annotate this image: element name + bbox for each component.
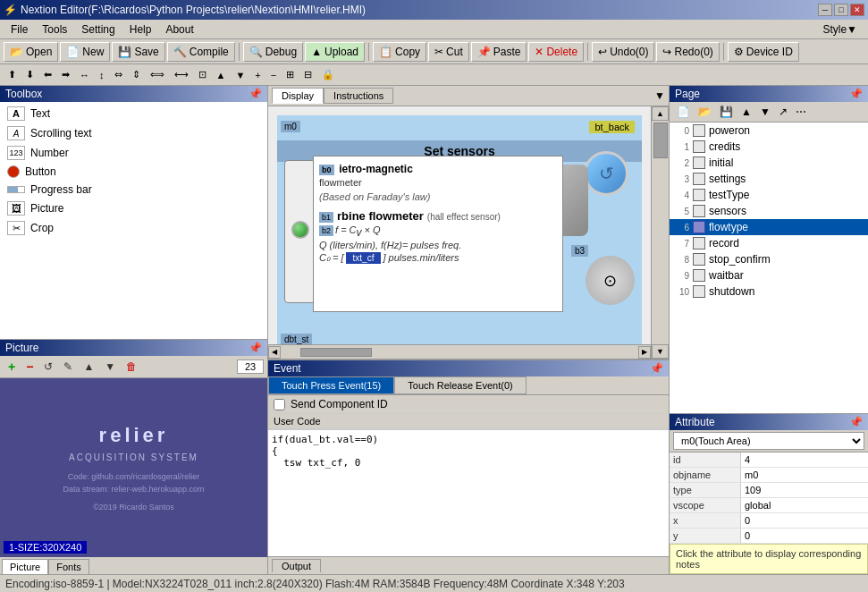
attr-val-id[interactable]: 4	[741, 452, 868, 467]
new-button[interactable]: 📄 New	[60, 42, 110, 62]
paste-button[interactable]: 📌 Paste	[471, 42, 527, 62]
page-row-shutdown[interactable]: 10shutdown	[670, 283, 868, 300]
tool-progress-bar[interactable]: Progress bar	[2, 181, 265, 199]
copy-button[interactable]: 📋 Copy	[373, 42, 426, 62]
pic-up-button[interactable]: ▲	[79, 359, 98, 375]
attr-val-y[interactable]: 0	[741, 529, 868, 543]
page-more-button[interactable]: ⋯	[792, 104, 810, 120]
attr-row-y[interactable]: y0	[670, 529, 868, 544]
distribute-v-button[interactable]: ⇕	[128, 66, 145, 84]
snap-button[interactable]: ⊟	[299, 66, 316, 84]
device-id-button[interactable]: ⚙ Device ID	[728, 42, 799, 62]
page-row-credits[interactable]: 1credits	[670, 139, 868, 155]
page-row-stop_confirm[interactable]: 8stop_confirm	[670, 251, 868, 267]
tab-display[interactable]: Display	[272, 88, 324, 104]
scroll-thumb[interactable]	[653, 123, 668, 158]
pic-down-button[interactable]: ▼	[100, 359, 120, 375]
scroll-up-button[interactable]: ▲	[652, 106, 669, 121]
attr-val-objname[interactable]: m0	[741, 468, 868, 482]
align-center-v-button[interactable]: ↕	[95, 66, 109, 84]
align-center-h-button[interactable]: ↔	[75, 66, 94, 84]
attribute-dropdown[interactable]: m0(Touch Area)	[673, 432, 864, 450]
b3-label[interactable]: b3	[571, 245, 588, 257]
delete-button[interactable]: ✕ Delete	[528, 42, 584, 62]
distribute-h-button[interactable]: ⇔	[110, 66, 127, 84]
attr-val-vscope[interactable]: global	[741, 498, 868, 512]
debug-button[interactable]: 🔍 Debug	[243, 42, 303, 62]
event-pin-icon[interactable]: 📌	[650, 362, 663, 375]
scroll-down-button[interactable]: ▼	[652, 344, 669, 359]
minimize-button[interactable]: ─	[818, 4, 832, 16]
menu-file[interactable]: File	[4, 21, 35, 38]
send-back-button[interactable]: ▼	[231, 66, 249, 84]
tab-instructions[interactable]: Instructions	[324, 88, 393, 104]
page-pin-icon[interactable]: 📌	[849, 88, 863, 100]
same-height-button[interactable]: ⟷	[170, 66, 193, 84]
toolbox-pin-icon[interactable]: 📌	[249, 88, 262, 100]
scroll-right-button[interactable]: ▶	[638, 346, 651, 359]
save-button[interactable]: 💾 Save	[112, 42, 164, 62]
tool-text[interactable]: A Text	[2, 104, 265, 123]
tool-scrolling-text[interactable]: A Scrolling text	[2, 123, 265, 143]
tool-picture[interactable]: 🖼 Picture	[2, 199, 265, 218]
m0-label[interactable]: m0	[281, 121, 300, 132]
pic-add-button[interactable]: +	[4, 358, 20, 376]
pic-refresh-button[interactable]: ↺	[39, 359, 57, 375]
tab-touch-release[interactable]: Touch Release Event(0)	[394, 376, 526, 394]
menu-setting[interactable]: Setting	[74, 21, 122, 38]
style-button[interactable]: Style▼	[815, 21, 864, 38]
attr-row-objname[interactable]: objnamem0	[670, 468, 868, 483]
output-tab[interactable]: Output	[272, 559, 321, 572]
align-left-button[interactable]: ⬅	[39, 66, 56, 84]
attr-val-type[interactable]: 109	[741, 483, 868, 497]
zoom-out-button[interactable]: −	[266, 66, 281, 84]
pic-delete-button[interactable]: 🗑	[122, 359, 141, 375]
zoom-in-button[interactable]: +	[250, 66, 265, 84]
page-row-settings[interactable]: 3settings	[670, 171, 868, 187]
redo-button[interactable]: ↪ Redo(0)	[656, 42, 719, 62]
align-bottom-button[interactable]: ⬇	[21, 66, 38, 84]
tab-touch-press[interactable]: Touch Press Event(15)	[268, 376, 394, 394]
pic-edit-button[interactable]: ✎	[59, 359, 77, 375]
menu-help[interactable]: Help	[122, 21, 159, 38]
tool-button[interactable]: Button	[2, 163, 265, 181]
same-width-button[interactable]: ⟺	[146, 66, 169, 84]
menu-about[interactable]: About	[158, 21, 200, 38]
tab-picture[interactable]: Picture	[2, 559, 48, 574]
open-button[interactable]: 📂 Open	[4, 42, 58, 62]
page-save-button[interactable]: 💾	[716, 104, 737, 120]
undo-button[interactable]: ↩ Undo(0)	[592, 42, 654, 62]
circular-button[interactable]: ↺	[584, 151, 628, 196]
menu-tools[interactable]: Tools	[35, 21, 74, 38]
attr-row-x[interactable]: x0	[670, 513, 868, 529]
page-add-button[interactable]: 📄	[673, 104, 694, 120]
page-export-button[interactable]: ↗	[775, 104, 791, 120]
compile-button[interactable]: 🔨 Compile	[167, 42, 235, 62]
maximize-button[interactable]: □	[834, 4, 848, 16]
canvas-vscroll[interactable]: ▲ ▼	[651, 106, 669, 359]
page-down-button[interactable]: ▼	[756, 104, 774, 120]
page-row-record[interactable]: 7record	[670, 235, 868, 251]
grid-button[interactable]: ⊞	[282, 66, 299, 84]
titlebar-controls[interactable]: ─ □ ✕	[818, 4, 864, 16]
tab-fonts[interactable]: Fonts	[48, 559, 89, 574]
close-button[interactable]: ✕	[850, 4, 864, 16]
cut-button[interactable]: ✂ Cut	[428, 42, 469, 62]
page-up-button[interactable]: ▲	[737, 104, 755, 120]
attribute-pin-icon[interactable]: 📌	[849, 416, 863, 428]
tool-crop[interactable]: ✂ Crop	[2, 218, 265, 238]
attr-row-vscope[interactable]: vscopeglobal	[670, 498, 868, 513]
display-dropdown-icon[interactable]: ▼	[654, 89, 665, 102]
attr-row-id[interactable]: id4	[670, 452, 868, 468]
bring-front-button[interactable]: ▲	[212, 66, 231, 84]
align-top-button[interactable]: ⬆	[4, 66, 21, 84]
page-row-flowtype[interactable]: 6flowtype	[670, 219, 868, 235]
lock-button[interactable]: 🔒	[317, 66, 339, 84]
page-open-button[interactable]: 📂	[695, 104, 715, 120]
page-row-poweron[interactable]: 0poweron	[670, 123, 868, 139]
picture-pin-icon[interactable]: 📌	[249, 342, 262, 354]
attr-row-type[interactable]: type109	[670, 483, 868, 498]
attr-val-x[interactable]: 0	[741, 513, 868, 528]
canvas-hscroll[interactable]: ◀ ▶	[268, 344, 651, 359]
page-row-testType[interactable]: 4testType	[670, 187, 868, 203]
